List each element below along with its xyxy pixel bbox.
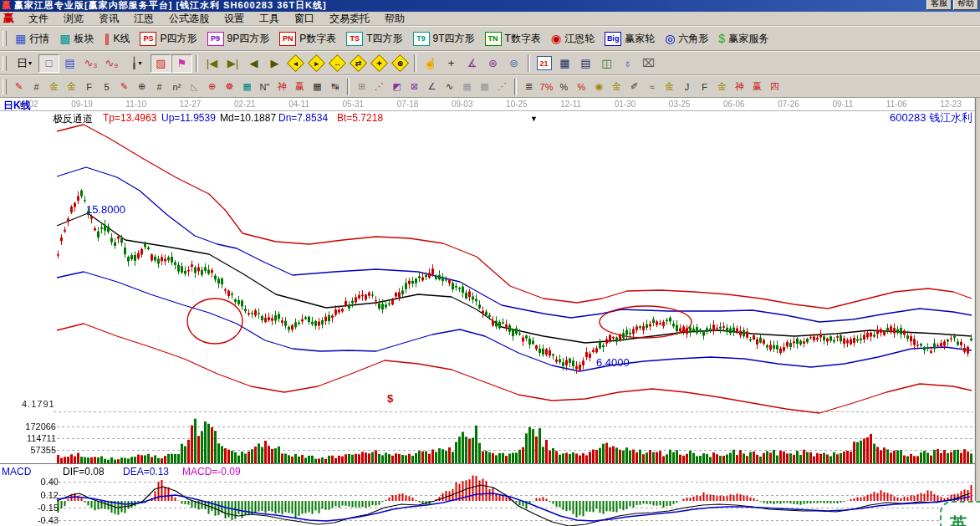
toolbar-target-button[interactable]: ⊕ xyxy=(203,79,221,95)
toolbar-dense-grid-button[interactable]: # xyxy=(151,79,168,95)
toolbar-n-squared-button[interactable]: n² xyxy=(168,79,186,95)
toolbar-s-grid-button[interactable]: 5 xyxy=(98,79,115,95)
toolbar-ray-box-button[interactable]: ⊠ xyxy=(406,79,423,95)
menu-item-3[interactable]: 资讯 xyxy=(91,13,126,25)
toolbar-gold-grid-2-button[interactable]: 金 xyxy=(63,79,80,95)
toolbar-jump-last-button[interactable]: ▶| xyxy=(222,54,243,73)
toolbar-compass-button[interactable]: ⊕ xyxy=(133,79,151,95)
toolbar-slant-lines-button[interactable]: ⋰ xyxy=(493,79,511,95)
toolbar-info-list-button[interactable]: ▤ xyxy=(59,54,80,73)
menu-item-5[interactable]: 公式选股 xyxy=(161,13,217,25)
toolbar-p9-square-button[interactable]: P99P四方形 xyxy=(202,29,275,49)
toolbar-stock-filter-button[interactable]: □ xyxy=(38,54,59,73)
toolbar-j-angle-button[interactable]: J xyxy=(678,79,696,95)
toolbar-step-forward-button[interactable]: ▶ xyxy=(264,54,285,73)
toolbar-gold-circle-button[interactable]: ◉ xyxy=(590,79,608,95)
toolbar-f-angle-button[interactable]: F xyxy=(696,79,713,95)
toolbar-winner-wheel-button[interactable]: Big赢家轮 xyxy=(600,29,660,49)
menu-item-6[interactable]: 设置 xyxy=(217,13,252,25)
toolbar-web-button[interactable]: ☸ xyxy=(221,79,238,95)
toolbar-pencil-button[interactable]: ✎ xyxy=(10,79,28,95)
toolbar-crosshair-button[interactable]: + xyxy=(441,54,462,73)
toolbar-channel-chart-button[interactable]: ▨ xyxy=(151,54,171,73)
toolbar-remote-pc-button[interactable]: ⌧ xyxy=(638,54,659,73)
toolbar-gann-center-button[interactable]: ⊕ xyxy=(390,54,411,73)
toolbar-pattern-button[interactable]: ⊚ xyxy=(503,54,524,73)
toolbar-calendar-button[interactable]: 21 xyxy=(533,54,554,73)
toolbar-handle[interactable] xyxy=(3,79,7,94)
menu-item-7[interactable]: 工具 xyxy=(252,13,287,25)
toolbar-period-select-button[interactable]: 日▾ xyxy=(10,54,38,73)
titlebar-service-button[interactable]: 客服 xyxy=(926,0,952,10)
toolbar-save-button[interactable]: ◫ xyxy=(596,54,617,73)
toolbar-win-grid-button[interactable]: 赢 xyxy=(291,79,309,95)
toolbar-knife-button[interactable]: ✐ xyxy=(625,79,643,95)
toolbar-percent-button[interactable]: % xyxy=(555,79,573,95)
toolbar-kline-button[interactable]: ∥K线 xyxy=(99,29,135,49)
toolbar-k-notation-button[interactable]: Ν″ xyxy=(256,79,273,95)
toolbar-handle[interactable] xyxy=(3,56,7,71)
kline-chart-canvas[interactable] xyxy=(0,98,980,526)
toolbar-step-back-button[interactable]: ◀ xyxy=(243,54,264,73)
toolbar-t-number-table-button[interactable]: TNT数字表 xyxy=(480,29,546,49)
toolbar-color-flag-button[interactable]: ⚑ xyxy=(171,54,192,73)
toolbar-winner-service-button[interactable]: $赢家服务 xyxy=(713,29,773,49)
toolbar-gold-bars-button[interactable]: 金 xyxy=(608,79,625,95)
toolbar-t9-square-button[interactable]: T99T四方形 xyxy=(408,29,480,49)
toolbar-p-square-button[interactable]: PSP四方形 xyxy=(135,29,202,49)
toolbar-si-angle-button[interactable]: 四 xyxy=(766,79,783,95)
toolbar-angle-line-button[interactable]: ∠ xyxy=(423,79,441,95)
toolbar-gray-grid-2-button[interactable]: ▩ xyxy=(476,79,493,95)
toolbar-ornament-button[interactable]: ⊛ xyxy=(482,54,503,73)
toolbar-protractor-button[interactable]: ◺ xyxy=(186,79,203,95)
menu-item-9[interactable]: 交易委托 xyxy=(322,13,377,25)
toolbar-f-grid-button[interactable]: F xyxy=(80,79,98,95)
toolbar-network-button[interactable]: ♁ xyxy=(617,54,638,73)
toolbar-shen-angle-button[interactable]: 神 xyxy=(731,79,748,95)
toolbar-handle[interactable] xyxy=(3,31,7,46)
toolbar-candle-style-button[interactable]: ╽▾ xyxy=(122,54,151,73)
toolbar-gold-grid-1-button[interactable]: 金 xyxy=(45,79,63,95)
toolbar-percent-lines-button[interactable]: % xyxy=(573,79,590,95)
toolbar-wave-9-button[interactable]: ∿₉ xyxy=(101,54,122,73)
toolbar-p-number-table-button[interactable]: PNP数字表 xyxy=(274,29,341,49)
toolbar-pencil-grid-button[interactable]: ✎ xyxy=(115,79,133,95)
toolbar-t-square-button[interactable]: TST四方形 xyxy=(341,29,407,49)
menu-item-4[interactable]: 江恩 xyxy=(126,13,161,25)
toolbar-scale-ruler-button[interactable]: ≣ xyxy=(520,79,538,95)
toolbar-gann-expand-button[interactable]: ↔ xyxy=(327,54,348,73)
toolbar-gann-right-button[interactable]: ▸ xyxy=(306,54,327,73)
toolbar-sectors-button[interactable]: ▩板块 xyxy=(54,29,99,49)
toolbar-gray-grid-1-button[interactable]: ▦ xyxy=(458,79,476,95)
toolbar-quotes-button[interactable]: ▦行情 xyxy=(10,29,54,49)
toolbar-wave-line-button[interactable]: ∿ xyxy=(441,79,458,95)
toolbar-gann-left-button[interactable]: ◂ xyxy=(285,54,306,73)
toolbar-fan-lines-button[interactable]: ⋰ xyxy=(370,79,388,95)
menu-item-10[interactable]: 帮助 xyxy=(377,13,412,25)
toolbar-notepad-button[interactable]: ▤ xyxy=(575,54,596,73)
toolbar-gann-wheel-button[interactable]: ◉江恩轮 xyxy=(546,29,600,49)
toolbar-percent-7-button[interactable]: 7% xyxy=(538,79,555,95)
toolbar-gold-mark-button[interactable]: 金 xyxy=(661,79,678,95)
toolbar-shen-grid-button[interactable]: 神 xyxy=(273,79,291,95)
toolbar-wave-3-button[interactable]: ∿₃ xyxy=(80,54,101,73)
menu-item-8[interactable]: 窗口 xyxy=(287,13,322,25)
toolbar-gold-angle-button[interactable]: 金 xyxy=(713,79,731,95)
toolbar-jump-first-button[interactable]: |◀ xyxy=(202,54,222,73)
toolbar-win-angle-button[interactable]: 赢 xyxy=(748,79,766,95)
toolbar-calculator-button[interactable]: ▦ xyxy=(554,54,575,73)
menu-item-2[interactable]: 浏览 xyxy=(56,13,91,25)
toolbar-rect-select-button[interactable]: ⊞ xyxy=(353,79,370,95)
titlebar-help-button[interactable]: 帮助 xyxy=(953,0,978,10)
toolbar-gann-star-button[interactable]: ✦ xyxy=(369,54,390,73)
toolbar-web-grid-button[interactable]: ▦ xyxy=(238,79,256,95)
toolbar-wave-channel-button[interactable]: ≈ xyxy=(643,79,661,95)
menu-item-1[interactable]: 文件 xyxy=(21,13,56,25)
toolbar-width-arrows-button[interactable]: ↹ xyxy=(326,79,344,95)
toolbar-hexagon-button[interactable]: ◎六角形 xyxy=(660,29,713,49)
toolbar-gann-swap-button[interactable]: ⇄ xyxy=(348,54,369,73)
toolbar-fan-box-button[interactable]: ◩ xyxy=(388,79,406,95)
input-method-badge[interactable]: 英 xyxy=(940,501,980,526)
toolbar-drag-hand-button[interactable]: ☝ xyxy=(420,54,441,73)
toolbar-grid-button[interactable]: # xyxy=(28,79,45,95)
